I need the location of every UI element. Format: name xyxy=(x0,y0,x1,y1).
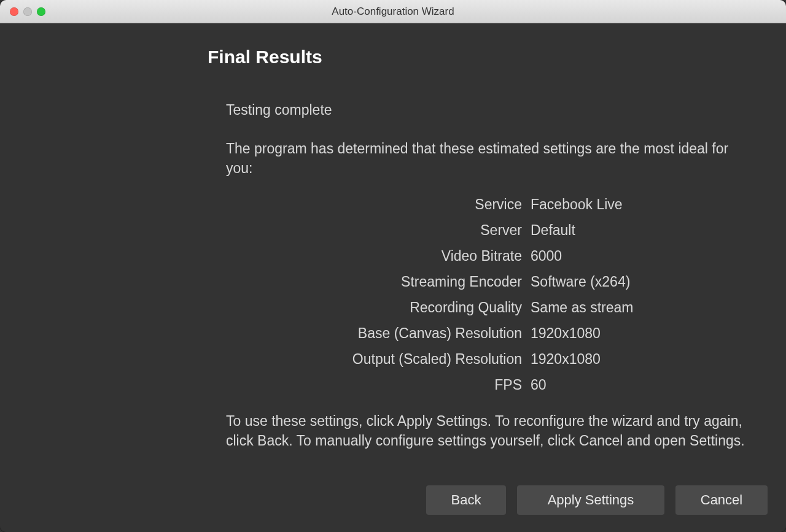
setting-value-output-resolution: 1920x1080 xyxy=(531,351,749,368)
setting-value-video-bitrate: 6000 xyxy=(531,248,749,264)
setting-value-recording-quality: Same as stream xyxy=(531,299,749,316)
setting-label-service: Service xyxy=(226,196,522,213)
setting-label-video-bitrate: Video Bitrate xyxy=(226,248,522,264)
traffic-lights xyxy=(10,7,45,16)
intro-text: The program has determined that these es… xyxy=(226,139,749,178)
body-area: Testing complete The program has determi… xyxy=(226,102,749,485)
window-title: Auto-Configuration Wizard xyxy=(0,6,786,18)
page-title: Final Results xyxy=(208,47,786,67)
setting-label-base-resolution: Base (Canvas) Resolution xyxy=(226,325,522,342)
minimize-icon[interactable] xyxy=(23,7,32,16)
wizard-window: Auto-Configuration Wizard Final Results … xyxy=(0,0,786,532)
setting-value-streaming-encoder: Software (x264) xyxy=(531,274,749,290)
setting-label-output-resolution: Output (Scaled) Resolution xyxy=(226,351,522,368)
maximize-icon[interactable] xyxy=(37,7,45,16)
setting-value-base-resolution: 1920x1080 xyxy=(531,325,749,342)
button-bar: Back Apply Settings Cancel xyxy=(0,485,786,532)
cancel-button[interactable]: Cancel xyxy=(675,485,768,515)
setting-value-server: Default xyxy=(531,222,749,239)
setting-label-streaming-encoder: Streaming Encoder xyxy=(226,274,522,290)
content-area: Final Results Testing complete The progr… xyxy=(0,23,786,532)
titlebar: Auto-Configuration Wizard xyxy=(0,0,786,23)
back-button[interactable]: Back xyxy=(426,485,506,515)
setting-label-fps: FPS xyxy=(226,377,522,393)
footer-text: To use these settings, click Apply Setti… xyxy=(226,412,749,450)
setting-label-server: Server xyxy=(226,222,522,239)
setting-value-fps: 60 xyxy=(531,377,749,393)
setting-label-recording-quality: Recording Quality xyxy=(226,299,522,316)
settings-table: Service Facebook Live Server Default Vid… xyxy=(226,196,749,393)
setting-value-service: Facebook Live xyxy=(531,196,749,213)
close-icon[interactable] xyxy=(10,7,18,16)
status-text: Testing complete xyxy=(226,102,749,118)
apply-settings-button[interactable]: Apply Settings xyxy=(517,485,664,515)
